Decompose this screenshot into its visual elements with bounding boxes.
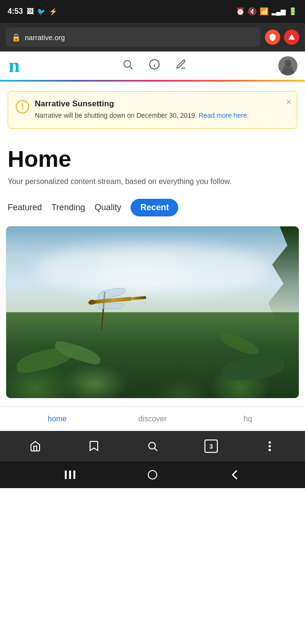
svg-text:n: n: [9, 54, 20, 75]
tab-featured[interactable]: Featured: [8, 201, 42, 215]
browser-home-button[interactable]: [25, 436, 46, 457]
svg-point-12: [269, 441, 271, 444]
alert-content: Narrative Sunsetting Narrative will be s…: [35, 99, 289, 121]
svg-rect-16: [69, 470, 71, 479]
svg-point-14: [269, 449, 271, 451]
rainbow-bar: [0, 80, 305, 82]
tab-quality[interactable]: Quality: [94, 201, 121, 215]
tab-trending[interactable]: Trending: [51, 201, 85, 215]
battery-icon: 🔋: [288, 7, 297, 16]
alarm-icon: ⏰: [236, 7, 245, 16]
alert-warning-icon: !: [16, 100, 29, 113]
search-button[interactable]: [122, 59, 133, 73]
system-nav: [0, 461, 305, 488]
site-nav: home discover hq: [0, 406, 305, 431]
content-card[interactable]: [6, 226, 299, 399]
att-icon[interactable]: [284, 30, 299, 45]
browser-search-button[interactable]: [142, 436, 163, 457]
svg-line-3: [130, 66, 132, 69]
tab-recent[interactable]: Recent: [131, 199, 178, 216]
status-right: ⏰ 🔇 📶 ▂▄▆ 🔋: [236, 7, 297, 16]
lock-icon: 🔒: [11, 33, 21, 42]
card-image: [6, 226, 299, 398]
brave-browser-icon[interactable]: [265, 30, 280, 45]
status-bar: 4:53 🖼 🐦 ⚡ ⏰ 🔇 📶 ▂▄▆ 🔋: [0, 0, 305, 23]
status-time: 4:53: [8, 7, 23, 16]
logo-letter: n: [8, 54, 31, 78]
svg-point-13: [269, 445, 271, 448]
site-nav-discover[interactable]: discover: [105, 415, 200, 423]
browser-nav: n: [0, 51, 305, 80]
status-left: 4:53 🖼 🐦 ⚡: [8, 7, 57, 16]
url-input-area[interactable]: 🔒 narrative.org: [6, 28, 260, 47]
filter-tabs: Featured Trending Quality Recent: [0, 199, 305, 226]
bird-icon: 🐦: [37, 8, 45, 15]
main-content: ! Narrative Sunsetting Narrative will be…: [0, 91, 305, 399]
narrative-logo[interactable]: n: [8, 55, 34, 76]
tab-count-badge: 3: [204, 440, 218, 453]
alert-link[interactable]: Read more here.: [199, 112, 249, 119]
browser-icons: [265, 30, 299, 45]
alert-title: Narrative Sunsetting: [35, 99, 289, 109]
browser-bottom-bar: 3: [0, 431, 305, 461]
photo-icon: 🖼: [27, 8, 33, 15]
svg-rect-15: [65, 470, 67, 479]
info-button[interactable]: [149, 59, 160, 73]
recent-apps-button[interactable]: [61, 465, 80, 484]
mute-icon: 🔇: [248, 7, 257, 16]
browser-menu-button[interactable]: [259, 436, 280, 457]
nav-divider: [276, 59, 276, 73]
nav-icons: [34, 59, 274, 73]
url-text: narrative.org: [25, 33, 65, 41]
url-bar: 🔒 narrative.org: [0, 23, 305, 51]
bolt-icon: ⚡: [49, 8, 57, 15]
user-avatar[interactable]: [278, 56, 297, 75]
alert-banner: ! Narrative Sunsetting Narrative will be…: [8, 91, 297, 129]
svg-marker-0: [288, 34, 295, 40]
site-nav-hq[interactable]: hq: [200, 415, 295, 423]
browser-tabs-button[interactable]: 3: [201, 436, 222, 457]
page-title: Home: [0, 138, 305, 176]
svg-point-18: [148, 470, 157, 479]
page-subtitle: Your personalized content stream, based …: [0, 176, 305, 199]
svg-line-11: [154, 449, 157, 451]
edit-button[interactable]: [175, 59, 187, 73]
browser-bookmark-button[interactable]: [83, 436, 104, 457]
home-button[interactable]: [143, 465, 162, 484]
signal-icon: ▂▄▆: [272, 8, 285, 15]
alert-close-button[interactable]: ×: [286, 97, 291, 107]
back-button[interactable]: [225, 465, 244, 484]
wifi-icon: 📶: [260, 7, 269, 16]
dragonfly-wing-bottom: [98, 303, 124, 309]
cloud-2: [94, 257, 189, 286]
site-nav-home[interactable]: home: [10, 415, 105, 423]
alert-body: Narrative will be shutting down on Decem…: [35, 111, 289, 121]
svg-point-10: [149, 442, 155, 449]
svg-point-2: [124, 61, 131, 67]
svg-rect-17: [73, 470, 75, 479]
